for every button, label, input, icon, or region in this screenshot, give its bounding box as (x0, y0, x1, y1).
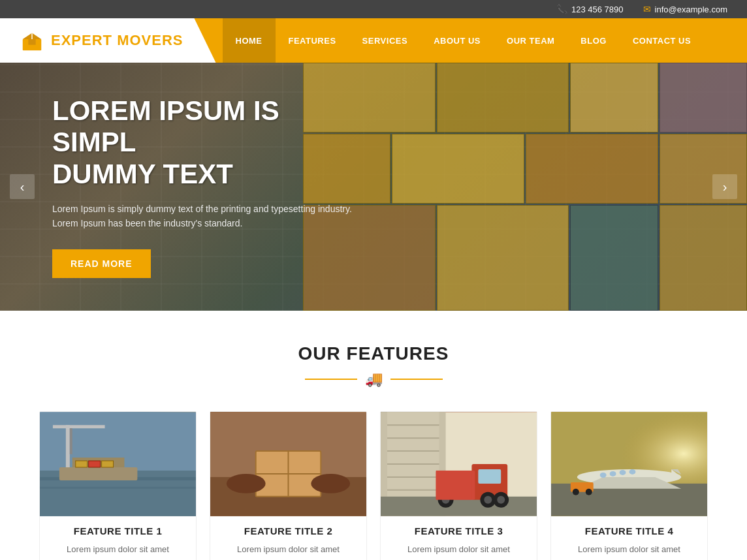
svg-point-40 (484, 496, 492, 504)
svg-rect-2 (28, 39, 35, 45)
hero-subtitle: Lorem Ipsum is simply dummy text of the … (52, 202, 353, 231)
top-bar: 📞 123 456 7890 ✉ info@example.com (0, 0, 747, 18)
feature-card-2: FEATURE TITLE 2 Lorem ipsum dolor sit am… (210, 411, 367, 560)
feature-desc-1: Lorem ipsum dolor sit amet consectetur a… (40, 543, 196, 560)
features-grid: FEATURE TITLE 1 Lorem ipsum dolor sit am… (39, 411, 708, 560)
feature-desc-3: Lorem ipsum dolor sit amet consectetur a… (381, 543, 537, 560)
svg-point-52 (610, 471, 616, 476)
nav-item-blog[interactable]: BLOG (567, 18, 620, 63)
hero-content: LOREM IPSUM IS SIMPL DUMMY TEXT Lorem Ip… (0, 95, 405, 278)
svg-rect-13 (76, 461, 87, 467)
features-divider: 🚚 (39, 371, 708, 388)
nav-item-contact[interactable]: CONTACT US (620, 18, 704, 63)
email-address: info@example.com (655, 5, 727, 14)
hero-cta-button[interactable]: READ MORE (52, 249, 151, 278)
nav-item-team[interactable]: OUR TEAM (494, 18, 567, 63)
svg-point-42 (497, 496, 505, 504)
feature-svg-3 (381, 412, 537, 516)
svg-rect-15 (102, 461, 114, 467)
phone-icon: 📞 (556, 4, 567, 14)
features-section: OUR FEATURES 🚚 (0, 311, 747, 560)
feature-image-4 (551, 412, 707, 516)
svg-rect-14 (89, 461, 101, 467)
carousel-next-button[interactable]: › (712, 174, 737, 199)
logo-accent: MOVERS (117, 32, 183, 48)
logo-text: EXPERT MOVERS (51, 32, 183, 49)
feature-desc-4: Lorem ipsum dolor sit amet consectetur a… (551, 543, 707, 560)
svg-rect-11 (59, 467, 138, 480)
divider-line-left (305, 379, 357, 380)
nav-item-services[interactable]: SERVICES (349, 18, 421, 63)
feature-title-3: FEATURE TITLE 3 (381, 525, 537, 537)
svg-rect-10 (70, 428, 72, 454)
carousel-prev-button[interactable]: ‹ (10, 174, 35, 199)
nav-item-home[interactable]: HOME (223, 18, 276, 63)
logo-area: EXPERT MOVERS (0, 18, 216, 63)
logo-icon (20, 28, 44, 53)
hero-title: LOREM IPSUM IS SIMPL DUMMY TEXT (52, 95, 353, 190)
feature-card-3: FEATURE TITLE 3 Lorem ipsum dolor sit am… (380, 411, 537, 560)
feature-title-1: FEATURE TITLE 1 (40, 525, 196, 537)
feature-desc-2: Lorem ipsum dolor sit amet consectetur a… (210, 543, 366, 560)
header: EXPERT MOVERS HOME FEATURES SERVICES ABO… (0, 18, 747, 63)
feature-svg-4 (551, 412, 707, 516)
svg-point-57 (586, 489, 592, 495)
email-info: ✉ info@example.com (643, 4, 727, 14)
svg-point-21 (227, 474, 266, 493)
nav-item-features[interactable]: FEATURES (276, 18, 349, 63)
email-icon: ✉ (643, 4, 651, 14)
hero-section: ‹ LOREM IPSUM IS SIMPL DUMMY TEXT Lorem … (0, 63, 747, 311)
feature-svg-1 (40, 412, 196, 516)
svg-point-22 (311, 474, 350, 493)
truck-icon: 🚚 (365, 371, 383, 388)
divider-line-right (390, 379, 443, 380)
phone-number: 123 456 7890 (571, 5, 624, 14)
feature-card-1: FEATURE TITLE 1 Lorem ipsum dolor sit am… (39, 411, 197, 560)
feature-card-4: FEATURE TITLE 4 Lorem ipsum dolor sit am… (550, 411, 708, 560)
svg-rect-7 (40, 487, 196, 489)
svg-point-53 (620, 470, 626, 475)
feature-image-2 (210, 412, 366, 516)
feature-image-1 (40, 412, 196, 516)
feature-title-2: FEATURE TITLE 2 (210, 525, 366, 537)
svg-rect-9 (53, 425, 105, 428)
nav-item-about[interactable]: ABOUT US (421, 18, 494, 63)
features-heading: OUR FEATURES (39, 343, 708, 364)
svg-rect-43 (436, 471, 472, 500)
phone-info: 📞 123 456 7890 (556, 4, 624, 14)
feature-svg-2 (210, 412, 366, 516)
feature-title-4: FEATURE TITLE 4 (551, 525, 707, 537)
svg-point-54 (629, 469, 636, 474)
svg-rect-36 (478, 469, 501, 484)
feature-image-3 (381, 412, 537, 516)
main-nav: HOME FEATURES SERVICES ABOUT US OUR TEAM… (216, 18, 748, 63)
svg-point-51 (600, 473, 607, 478)
svg-point-56 (573, 489, 579, 495)
